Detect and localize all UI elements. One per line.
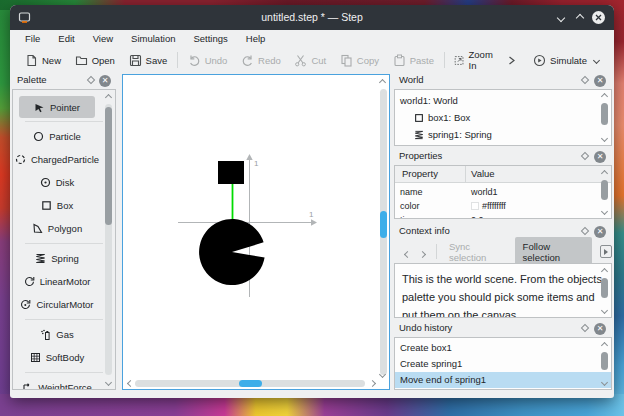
undo-list: Create box1 Create spring1 Move end of s… bbox=[394, 337, 612, 390]
palette-scrollbar-thumb[interactable] bbox=[105, 107, 112, 225]
undo-button[interactable]: Undo bbox=[183, 51, 233, 70]
property-row-name[interactable]: name world1 bbox=[395, 186, 611, 200]
simulate-button[interactable]: Simulate bbox=[528, 51, 592, 70]
box-icon bbox=[41, 200, 52, 211]
palette-item-label: ChargedParticle bbox=[31, 154, 99, 165]
forward-button[interactable] bbox=[415, 243, 430, 261]
palette-scrollbar[interactable] bbox=[105, 104, 112, 375]
float-panel-icon[interactable] bbox=[581, 227, 589, 235]
maximize-icon bbox=[575, 13, 583, 21]
palette-item-weightforce[interactable]: WeightForce bbox=[13, 376, 101, 390]
properties-panel: Properties ✕ Property Value name world1 … bbox=[394, 148, 612, 219]
palette-item-label: Spring bbox=[51, 253, 78, 264]
close-panel-icon[interactable]: ✕ bbox=[594, 151, 606, 163]
sync-selection-button[interactable]: Sync selection bbox=[443, 241, 511, 263]
tree-item-world1[interactable]: world1: World bbox=[395, 92, 611, 109]
world-scrollbar-thumb[interactable] bbox=[601, 103, 608, 125]
cut-button[interactable]: Cut bbox=[289, 51, 331, 70]
menu-help[interactable]: Help bbox=[237, 30, 275, 48]
close-panel-icon[interactable]: ✕ bbox=[99, 75, 111, 87]
menu-view[interactable]: View bbox=[84, 30, 122, 48]
undo-item-create-spring1[interactable]: Create spring1 bbox=[395, 356, 611, 372]
world-canvas[interactable]: 1 1 bbox=[122, 74, 390, 390]
palette-separator bbox=[25, 319, 103, 320]
canvas-vertical-thumb[interactable] bbox=[380, 211, 387, 238]
save-icon bbox=[129, 54, 142, 67]
save-button[interactable]: Save bbox=[124, 51, 173, 70]
float-panel-icon[interactable] bbox=[581, 324, 589, 332]
undo-history-panel: Undo history ✕ Create box1 Create spring… bbox=[394, 320, 612, 390]
open-button[interactable]: Open bbox=[70, 51, 120, 70]
menubar: File Edit View Simulation Settings Help bbox=[10, 30, 614, 48]
palette-item-polygon[interactable]: Polygon bbox=[13, 217, 101, 240]
back-button[interactable] bbox=[400, 243, 415, 261]
property-key: name bbox=[400, 187, 423, 197]
tree-item-label: spring1: Spring bbox=[428, 129, 492, 140]
new-button[interactable]: New bbox=[20, 51, 66, 70]
palette-item-box[interactable]: Box bbox=[13, 194, 101, 217]
palette-body: Pointer Particle ChargedParticle Disk Bo… bbox=[12, 89, 116, 390]
properties-scrollbar-thumb[interactable] bbox=[601, 180, 608, 200]
float-panel-icon[interactable] bbox=[87, 76, 95, 84]
canvas-horizontal-scrollbar[interactable] bbox=[135, 380, 365, 387]
scroll-up-icon[interactable] bbox=[105, 94, 112, 101]
property-row-color[interactable]: color #ffffffff bbox=[395, 200, 611, 214]
tree-item-label: box1: Box bbox=[428, 112, 470, 123]
chevron-left-icon bbox=[404, 250, 411, 257]
close-panel-icon[interactable]: ✕ bbox=[594, 323, 606, 335]
properties-panel-header: Properties ✕ bbox=[394, 148, 612, 165]
property-key: color bbox=[400, 201, 420, 211]
context-scrollbar-thumb[interactable] bbox=[601, 278, 608, 298]
property-row-time[interactable]: time 0.0 s bbox=[395, 214, 611, 219]
properties-table-header[interactable]: Property Value bbox=[395, 166, 611, 183]
canvas-vertical-scrollbar[interactable] bbox=[380, 89, 387, 375]
titlebar[interactable]: untitled.step * — Step bbox=[10, 5, 614, 30]
minimize-button[interactable] bbox=[553, 10, 568, 25]
column-divider[interactable] bbox=[465, 166, 466, 182]
tree-item-spring1[interactable]: spring1: Spring bbox=[395, 126, 611, 143]
tree-item-box1[interactable]: box1: Box bbox=[395, 109, 611, 126]
menu-settings[interactable]: Settings bbox=[184, 30, 236, 48]
redo-button[interactable]: Redo bbox=[236, 51, 286, 70]
toolbar-overflow-button[interactable] bbox=[501, 52, 522, 69]
palette-item-spring[interactable]: Spring bbox=[13, 247, 101, 270]
step-window: untitled.step * — Step File Edit View Si… bbox=[10, 5, 614, 398]
palette-item-circularmotor[interactable]: CircularMotor bbox=[13, 293, 101, 316]
palette-item-label: SoftBody bbox=[46, 352, 85, 363]
save-label: Save bbox=[146, 55, 168, 66]
redo-icon bbox=[241, 54, 254, 67]
undo-scrollbar-thumb[interactable] bbox=[601, 352, 608, 370]
simulate-dropdown-button[interactable] bbox=[592, 55, 604, 66]
palette-item-softbody[interactable]: SoftBody bbox=[13, 346, 101, 369]
color-value-text: #ffffffff bbox=[482, 201, 506, 211]
undo-item-create-box1[interactable]: Create box1 bbox=[395, 340, 611, 356]
close-panel-icon[interactable]: ✕ bbox=[594, 226, 606, 238]
palette-item-label: Gas bbox=[56, 329, 73, 340]
undo-item-move-end-of-spring1[interactable]: Move end of spring1 bbox=[395, 372, 611, 388]
canvas-horizontal-thumb[interactable] bbox=[239, 380, 262, 387]
float-panel-icon[interactable] bbox=[581, 76, 589, 84]
float-panel-icon[interactable] bbox=[581, 152, 589, 160]
x-axis-label: 1 bbox=[309, 210, 314, 219]
palette-item-particle[interactable]: Particle bbox=[13, 125, 101, 148]
scroll-down-icon[interactable] bbox=[105, 379, 112, 386]
palette-item-chargedparticle[interactable]: ChargedParticle bbox=[13, 148, 101, 171]
menu-simulation[interactable]: Simulation bbox=[122, 30, 184, 48]
minimize-icon bbox=[556, 13, 564, 21]
paste-button[interactable]: Paste bbox=[388, 51, 439, 70]
close-panel-icon[interactable]: ✕ bbox=[594, 75, 606, 87]
close-button[interactable] bbox=[591, 10, 606, 25]
menu-edit[interactable]: Edit bbox=[49, 30, 83, 48]
palette-item-linearmotor[interactable]: LinearMotor bbox=[13, 270, 101, 293]
world-panel: World ✕ world1: World box1: Box spring1:… bbox=[394, 72, 612, 146]
zoom-in-button[interactable]: Zoom In bbox=[449, 46, 500, 74]
follow-selection-button[interactable]: Follow selection bbox=[515, 237, 592, 267]
menu-file[interactable]: File bbox=[16, 30, 49, 48]
palette-item-gas[interactable]: Gas bbox=[13, 323, 101, 346]
open-in-browser-icon[interactable] bbox=[600, 245, 612, 258]
maximize-button[interactable] bbox=[572, 10, 587, 25]
palette-item-disk[interactable]: Disk bbox=[13, 171, 101, 194]
copy-button[interactable]: Copy bbox=[335, 51, 384, 70]
context-panel-title: Context info bbox=[399, 225, 450, 236]
palette-item-pointer[interactable]: Pointer bbox=[19, 96, 95, 118]
